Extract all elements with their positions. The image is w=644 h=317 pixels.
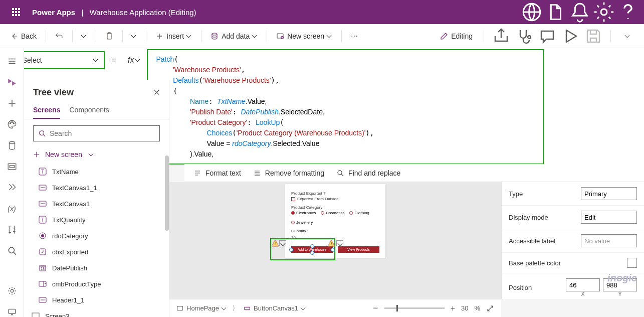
chevron-down-icon [132, 34, 137, 39]
copilot-icon[interactable] [544, 0, 568, 24]
svg-text:18: 18 [41, 267, 45, 270]
format-text-button[interactable]: Format text [193, 169, 241, 177]
editing-mode[interactable]: Editing [437, 30, 476, 42]
text-icon: T [38, 215, 47, 224]
notifications-icon[interactable] [568, 0, 592, 24]
tree-item[interactable]: TextCanvas1_1 [24, 180, 169, 196]
checkbox-icon [38, 247, 47, 256]
save-button[interactable] [584, 27, 602, 45]
label-icon [38, 295, 47, 304]
insert-button[interactable]: Insert [152, 30, 195, 42]
ask-icon[interactable] [7, 307, 17, 317]
tools-icon[interactable] [7, 225, 17, 235]
chevron-down-icon [82, 34, 87, 39]
canvas[interactable]: Product Exported ? Exported From Outside… [169, 182, 501, 299]
svg-point-10 [13, 123, 14, 124]
popout-icon[interactable] [486, 304, 494, 312]
undo-dropdown[interactable] [79, 32, 90, 41]
prop-display-input[interactable] [581, 211, 637, 224]
tree-item-label: TextCanvas1 [52, 200, 90, 208]
zoom-slider[interactable] [384, 307, 445, 309]
app-launcher[interactable] [4, 0, 28, 24]
prop-type-input[interactable] [581, 187, 637, 200]
find-replace-button[interactable]: Find and replace [336, 169, 400, 177]
breadcrumb-home[interactable]: HomePage [176, 304, 227, 312]
tree-item[interactable]: Header1_1 [24, 292, 169, 308]
hamburger-icon[interactable] [7, 56, 17, 66]
comments-button[interactable] [538, 27, 556, 45]
dropdown-handle[interactable] [336, 240, 343, 246]
svg-rect-16 [9, 309, 15, 313]
equals-sign: = [105, 48, 123, 72]
back-button[interactable]: Back [7, 30, 40, 42]
share-button[interactable] [492, 27, 510, 45]
fx-button[interactable]: fx [123, 48, 146, 72]
tab-screens[interactable]: Screens [33, 102, 60, 119]
paste-dropdown[interactable] [129, 32, 140, 41]
prop-type-label: Type [509, 190, 523, 198]
tree-item[interactable]: TTxtName [24, 164, 169, 180]
remove-format-icon [253, 169, 261, 177]
breadcrumb-button[interactable]: ButtonCanvas1 [244, 304, 306, 312]
tree-view-icon[interactable] [7, 77, 17, 87]
color-swatch[interactable] [627, 258, 637, 268]
tree-item[interactable]: cmbProductType [24, 276, 169, 292]
svg-rect-13 [10, 166, 14, 168]
svg-rect-36 [245, 307, 250, 309]
checkbox-icon [291, 197, 295, 201]
checker-button[interactable] [515, 27, 533, 45]
settings-icon[interactable] [592, 0, 616, 24]
scrollbar[interactable] [165, 155, 169, 231]
tree-item-label: TxtName [52, 168, 79, 176]
play-icon [561, 27, 579, 45]
new-screen-link[interactable]: New screen [24, 147, 169, 162]
media-icon[interactable] [7, 162, 17, 172]
search-rail-icon[interactable] [7, 246, 17, 256]
preview-button[interactable] [561, 27, 579, 45]
dropdown-handle[interactable] [279, 240, 286, 246]
new-screen-label: New screen [287, 32, 324, 40]
find-label: Find and replace [348, 169, 400, 177]
tree-item[interactable]: TTxtQuantity [24, 212, 169, 228]
tree-item[interactable]: rdoCategory [24, 228, 169, 244]
tree-item[interactable]: cbxExported [24, 244, 169, 260]
tree-title: Tree view [33, 87, 74, 98]
zoom-in[interactable]: + [451, 304, 455, 313]
search-input[interactable] [50, 129, 154, 137]
chevron-down-icon [89, 152, 94, 157]
formula-editor[interactable]: Patch( 'Warehouse Products', Defaults('W… [147, 49, 544, 165]
new-screen-button[interactable]: New screen [273, 30, 335, 42]
remove-formatting-button[interactable]: Remove formatting [253, 169, 324, 177]
more-button[interactable]: ⋯ [348, 30, 361, 42]
tree-search[interactable] [33, 125, 160, 141]
paste-button[interactable] [102, 30, 116, 42]
svg-point-7 [528, 36, 531, 39]
tab-components[interactable]: Components [69, 102, 109, 119]
environment-icon[interactable] [520, 0, 544, 24]
warning-icon: ! [327, 239, 335, 247]
theme-icon[interactable] [7, 119, 17, 129]
flows-icon[interactable] [7, 183, 17, 193]
help-icon[interactable] [616, 0, 640, 24]
add-data-label: Add data [222, 32, 250, 40]
tree-item[interactable]: TextCanvas1 [24, 196, 169, 212]
view-products-button[interactable]: View Products [338, 246, 379, 253]
chevron-down-icon [136, 58, 141, 63]
add-data-button[interactable]: Add data [207, 30, 261, 42]
insert-rail-icon[interactable] [7, 98, 17, 108]
zoom-out[interactable]: − [373, 303, 378, 313]
close-icon[interactable]: ✕ [153, 88, 160, 97]
tree-item[interactable]: Screen3 [24, 308, 169, 317]
chevron-down-icon [301, 306, 306, 311]
prop-accessible-input[interactable] [581, 234, 637, 247]
settings-rail-icon[interactable] [7, 286, 17, 296]
publish-dropdown[interactable] [619, 27, 637, 45]
undo-button[interactable] [52, 30, 66, 42]
svg-point-14 [9, 247, 14, 253]
variables-icon[interactable]: (x) [7, 204, 17, 214]
tree-item[interactable]: 18DatePublish [24, 260, 169, 276]
prop-x-input[interactable] [566, 278, 600, 291]
button-icon [244, 305, 251, 312]
radio-option: Electronics [291, 211, 316, 215]
data-rail-icon[interactable] [7, 140, 17, 150]
